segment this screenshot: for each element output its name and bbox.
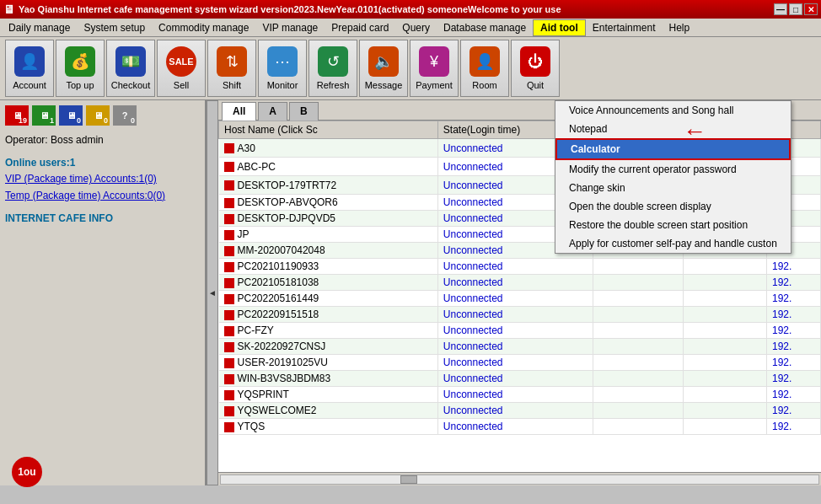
col-hostname: Host Name (Click Sc (219, 121, 438, 139)
account-button[interactable]: 👤 Account (5, 40, 54, 97)
menu-help[interactable]: Help (662, 20, 696, 35)
scrollbar-track[interactable] (220, 475, 819, 485)
scrollbar-thumb[interactable] (400, 475, 417, 484)
sell-button[interactable]: SALE Sell (157, 40, 206, 97)
menu-vip-manage[interactable]: VIP manage (255, 20, 325, 35)
maximize-button[interactable]: □ (789, 3, 802, 15)
cell-state: Unconnected (437, 259, 593, 275)
dropdown-notepad[interactable]: Notepad (555, 120, 791, 138)
table-row[interactable]: USER-20191025VUUnconnected192. (219, 355, 821, 371)
cell-hostname: DESKTOP-ABVQOR6 (219, 195, 438, 211)
cell-zone (593, 291, 683, 307)
table-row[interactable]: YQSPRINTUnconnected192. (219, 387, 821, 403)
refresh-label: Refresh (317, 80, 350, 90)
operator-text: Operator: Boss admin (5, 132, 200, 148)
message-label: Message (365, 80, 403, 90)
tab-b[interactable]: B (289, 102, 319, 121)
monitor-button[interactable]: ⋯ Monitor (258, 40, 307, 97)
toolbar: 👤 Account 💰 Top up 💵 Checkout SALE Sell … (0, 37, 821, 100)
menu-prepaid-card[interactable]: Prepaid card (325, 20, 395, 35)
table-row[interactable]: PC202209151518Unconnected192. (219, 307, 821, 323)
topup-label: Top up (66, 80, 94, 90)
title-bar-controls[interactable]: — □ ✕ (774, 3, 818, 15)
cell-hostname: PC202105181038 (219, 275, 438, 291)
internet-cafe-info-text: INTERNET CAFE INFO (5, 211, 200, 227)
room-button[interactable]: 👤 Room (460, 40, 509, 97)
status-dot-red (224, 294, 234, 304)
tab-a[interactable]: A (258, 102, 287, 121)
title-bar: 🖥 Yao Qianshu Internet cafe management s… (0, 0, 821, 19)
cell-account (683, 387, 766, 403)
menu-daily-manage[interactable]: Daily manage (2, 20, 77, 35)
dropdown-calculator[interactable]: Calculator (555, 138, 791, 160)
payment-button[interactable]: ¥ Payment (410, 40, 459, 97)
status-green: 🖥1 (32, 105, 56, 126)
account-label: Account (13, 80, 46, 90)
cell-account (683, 259, 766, 275)
menu-query[interactable]: Query (395, 20, 437, 35)
table-row[interactable]: SK-20220927CNSJUnconnected192. (219, 339, 821, 355)
dropdown-modify-password[interactable]: Modify the current operator password (555, 160, 791, 179)
title-bar-left: 🖥 Yao Qianshu Internet cafe management s… (3, 3, 561, 16)
status-dot-red (224, 390, 234, 400)
cell-account (683, 307, 766, 323)
cell-hostname: YQSWELCOME2 (219, 403, 438, 419)
quit-label: Quit (527, 80, 544, 90)
dropdown-voice-announcements[interactable]: Voice Announcements and Song hall (555, 101, 791, 120)
menu-entertainment[interactable]: Entertainment (586, 20, 663, 35)
status-dot-red (224, 262, 234, 272)
status-dot-red (224, 358, 234, 368)
status-row: 🖥19 🖥1 🖥0 🖥0 ?0 (5, 105, 200, 126)
table-row[interactable]: PC202101190933Unconnected192. (219, 259, 821, 275)
monitor-icon: ⋯ (267, 46, 298, 77)
sidebar: 🖥19 🖥1 🖥0 🖥0 ?0 Operator: Boss admin Onl… (0, 100, 207, 485)
bottom-scrollbar[interactable] (218, 472, 821, 485)
menu-aid-tool[interactable]: Aid tool (533, 19, 586, 36)
table-row[interactable]: PC-FZYUnconnected192. (219, 323, 821, 339)
status-dot-red (224, 246, 234, 256)
cell-ip: 192. (767, 307, 821, 323)
minimize-button[interactable]: — (774, 3, 787, 15)
topup-button[interactable]: 💰 Top up (56, 40, 105, 97)
sell-icon: SALE (166, 46, 196, 77)
cell-ip: 192. (767, 355, 821, 371)
message-button[interactable]: 🔈 Message (359, 40, 408, 97)
shift-label: Shift (223, 80, 241, 90)
cell-hostname: DESKTOP-179TRT72 (219, 176, 438, 195)
room-icon: 👤 (470, 46, 500, 77)
collapse-sidebar-button[interactable]: ◄ (207, 100, 218, 485)
close-button[interactable]: ✕ (804, 3, 818, 15)
cell-account (683, 403, 766, 419)
shift-button[interactable]: ⇅ Shift (207, 40, 256, 97)
quit-button[interactable]: ⏻ Quit (511, 40, 560, 97)
cell-account (683, 339, 766, 355)
dropdown-change-skin[interactable]: Change skin (555, 179, 791, 197)
cell-hostname: SK-20220927CNSJ (219, 339, 438, 355)
menu-system-setup[interactable]: System setup (77, 20, 152, 35)
cell-hostname: PC202101190933 (219, 259, 438, 275)
cell-zone (593, 387, 683, 403)
bottom-user-icon[interactable]: 1ou (12, 457, 42, 487)
menu-database-manage[interactable]: Database manage (437, 20, 533, 35)
cell-ip: 192. (767, 403, 821, 419)
status-dot-red (224, 180, 234, 190)
cell-zone (593, 275, 683, 291)
cell-ip: 192. (767, 419, 821, 435)
tab-all[interactable]: All (222, 102, 256, 121)
menu-commodity-manage[interactable]: Commodity manage (152, 20, 255, 35)
sidebar-info: Operator: Boss admin Online users:1 VIP … (5, 132, 200, 227)
cell-state: Unconnected (437, 323, 593, 339)
dropdown-apply-self-pay[interactable]: Apply for customer self-pay and handle c… (555, 234, 791, 253)
cell-state: Unconnected (437, 275, 593, 291)
table-row[interactable]: WIN-B3VS8JBDM83Unconnected192. (219, 371, 821, 387)
checkout-button[interactable]: 💵 Checkout (106, 40, 155, 97)
refresh-button[interactable]: ↺ Refresh (309, 40, 357, 97)
cell-zone (593, 403, 683, 419)
table-row[interactable]: PC202105181038Unconnected192. (219, 275, 821, 291)
dropdown-open-double-screen[interactable]: Open the double screen display (555, 197, 791, 216)
dropdown-restore-double-screen[interactable]: Restore the double screen start position (555, 216, 791, 234)
table-row[interactable]: YQSWELCOME2Unconnected192. (219, 403, 821, 419)
table-row[interactable]: PC202205161449Unconnected192. (219, 291, 821, 307)
checkout-icon: 💵 (115, 46, 146, 77)
table-row[interactable]: YTQSUnconnected192. (219, 419, 821, 435)
